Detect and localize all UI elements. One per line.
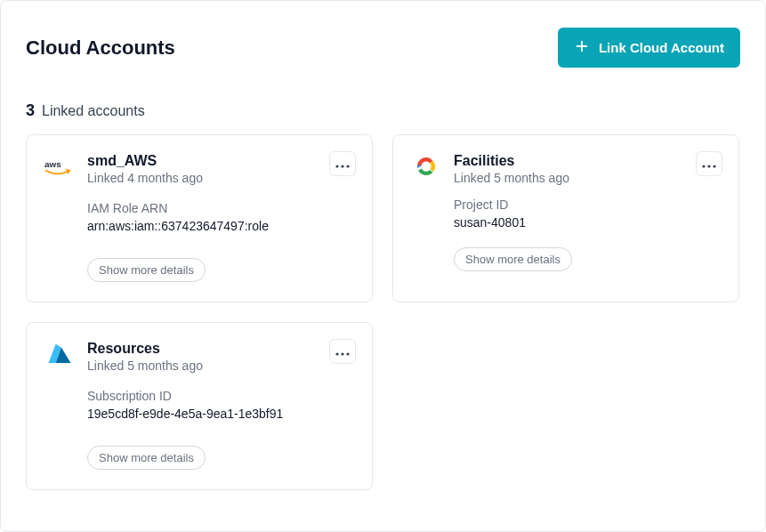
cloud-accounts-page: Cloud Accounts Link Cloud Account 3 Link… [0, 0, 766, 532]
account-detail-value: 19e5cd8f-e9de-4e5a-9ea1-1e3bf91 [87, 407, 354, 421]
account-card-aws: aws smd_AWS Linked 4 months ago IAM Role… [26, 134, 373, 302]
more-actions-button[interactable] [329, 151, 356, 176]
linked-accounts-summary: 3 Linked accounts [26, 101, 740, 120]
linked-accounts-label: Linked accounts [42, 103, 145, 119]
plus-icon [574, 38, 590, 57]
account-detail-label: Project ID [454, 197, 721, 212]
account-detail-label: Subscription ID [87, 389, 354, 403]
account-linked-time: Linked 4 months ago [87, 171, 203, 185]
show-more-details-button[interactable]: Show more details [87, 446, 206, 470]
more-actions-button[interactable] [696, 151, 722, 176]
more-horizontal-icon [702, 157, 716, 171]
azure-icon [44, 341, 75, 371]
aws-icon: aws [44, 153, 75, 183]
account-card-azure: Resources Linked 5 months ago Subscripti… [26, 322, 373, 490]
account-name: smd_AWS [87, 153, 203, 169]
account-detail-value: susan-40801 [454, 215, 721, 230]
more-actions-button[interactable] [329, 339, 356, 364]
show-more-details-button[interactable]: Show more details [454, 247, 572, 271]
gcp-icon [411, 153, 441, 183]
linked-accounts-count: 3 [26, 101, 35, 120]
page-title: Cloud Accounts [26, 36, 175, 60]
account-card-gcp: Facilities Linked 5 months ago Project I… [392, 134, 739, 302]
more-horizontal-icon [335, 157, 350, 171]
account-detail-value: arn:aws:iam::637423647497:role [87, 219, 354, 233]
account-name: Facilities [454, 153, 569, 169]
svg-point-7 [707, 165, 710, 167]
link-cloud-account-button[interactable]: Link Cloud Account [558, 28, 740, 68]
svg-point-8 [713, 165, 715, 167]
account-linked-time: Linked 5 months ago [454, 171, 569, 185]
svg-point-6 [702, 165, 705, 167]
svg-point-9 [335, 352, 338, 355]
svg-point-2 [335, 165, 338, 167]
show-more-details-button[interactable]: Show more details [87, 258, 206, 282]
account-cards: aws smd_AWS Linked 4 months ago IAM Role… [26, 134, 740, 490]
svg-point-10 [341, 352, 343, 355]
link-cloud-account-label: Link Cloud Account [599, 40, 724, 55]
account-name: Resources [87, 341, 203, 357]
more-horizontal-icon [335, 345, 350, 359]
account-detail-label: IAM Role ARN [87, 201, 354, 215]
page-header: Cloud Accounts Link Cloud Account [26, 28, 740, 68]
svg-point-11 [346, 352, 349, 355]
svg-point-4 [346, 165, 349, 167]
svg-point-3 [341, 165, 343, 167]
account-linked-time: Linked 5 months ago [87, 359, 203, 373]
svg-text:aws: aws [44, 159, 61, 169]
